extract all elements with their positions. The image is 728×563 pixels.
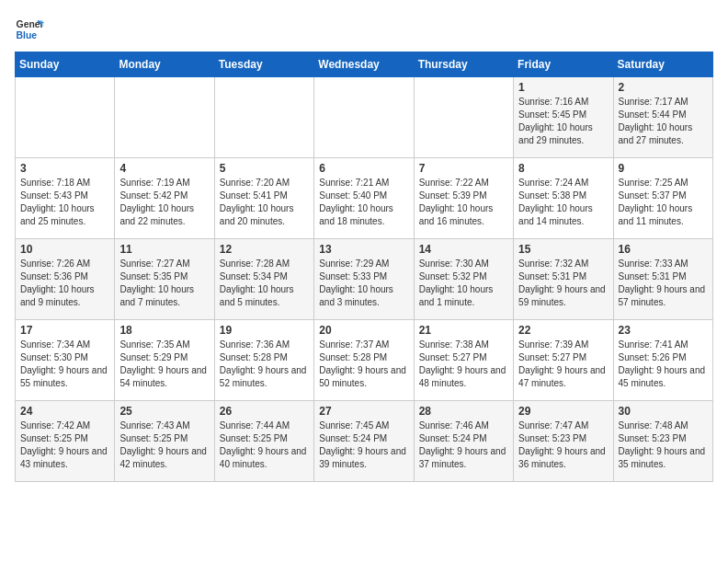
day-info: Sunrise: 7:35 AM Sunset: 5:29 PM Dayligh… [119, 339, 209, 390]
day-info: Sunrise: 7:45 AM Sunset: 5:24 PM Dayligh… [319, 419, 408, 471]
weekday-header-monday: Monday [115, 52, 214, 77]
calendar-cell: 2Sunrise: 7:17 AM Sunset: 5:44 PM Daylig… [613, 77, 712, 158]
week-row-2: 3Sunrise: 7:18 AM Sunset: 5:43 PM Daylig… [16, 158, 713, 239]
day-info: Sunrise: 7:36 AM Sunset: 5:28 PM Dayligh… [220, 339, 309, 390]
day-info: Sunrise: 7:21 AM Sunset: 5:40 PM Dayligh… [319, 177, 408, 228]
day-number: 8 [518, 162, 608, 175]
day-info: Sunrise: 7:44 AM Sunset: 5:25 PM Dayligh… [220, 419, 309, 471]
day-number: 14 [419, 243, 508, 256]
day-number: 25 [119, 405, 209, 418]
day-info: Sunrise: 7:41 AM Sunset: 5:26 PM Dayligh… [619, 339, 708, 390]
calendar-cell [214, 77, 313, 158]
day-number: 5 [220, 162, 309, 175]
day-info: Sunrise: 7:46 AM Sunset: 5:24 PM Dayligh… [419, 419, 508, 471]
day-info: Sunrise: 7:48 AM Sunset: 5:23 PM Dayligh… [619, 419, 708, 471]
calendar-cell: 15Sunrise: 7:32 AM Sunset: 5:31 PM Dayli… [514, 239, 613, 320]
weekday-header-tuesday: Tuesday [214, 52, 313, 77]
logo: General Blue [15, 15, 44, 44]
day-info: Sunrise: 7:39 AM Sunset: 5:27 PM Dayligh… [518, 339, 608, 390]
day-number: 19 [220, 324, 309, 337]
day-info: Sunrise: 7:43 AM Sunset: 5:25 PM Dayligh… [119, 419, 209, 471]
week-row-1: 1Sunrise: 7:16 AM Sunset: 5:45 PM Daylig… [16, 77, 713, 158]
day-info: Sunrise: 7:27 AM Sunset: 5:35 PM Dayligh… [119, 258, 209, 309]
day-info: Sunrise: 7:33 AM Sunset: 5:31 PM Dayligh… [619, 258, 708, 309]
day-number: 16 [619, 243, 708, 256]
day-info: Sunrise: 7:26 AM Sunset: 5:36 PM Dayligh… [20, 258, 109, 309]
day-number: 11 [119, 243, 209, 256]
calendar-cell: 7Sunrise: 7:22 AM Sunset: 5:39 PM Daylig… [414, 158, 513, 239]
day-number: 29 [518, 405, 608, 418]
day-number: 7 [419, 162, 508, 175]
calendar-cell: 12Sunrise: 7:28 AM Sunset: 5:34 PM Dayli… [214, 239, 313, 320]
day-info: Sunrise: 7:24 AM Sunset: 5:38 PM Dayligh… [518, 177, 608, 228]
day-info: Sunrise: 7:29 AM Sunset: 5:33 PM Dayligh… [319, 258, 408, 309]
calendar-cell: 13Sunrise: 7:29 AM Sunset: 5:33 PM Dayli… [314, 239, 414, 320]
calendar-cell: 30Sunrise: 7:48 AM Sunset: 5:23 PM Dayli… [613, 401, 712, 482]
day-info: Sunrise: 7:47 AM Sunset: 5:23 PM Dayligh… [518, 419, 608, 471]
weekday-header-saturday: Saturday [613, 52, 712, 77]
day-info: Sunrise: 7:38 AM Sunset: 5:27 PM Dayligh… [419, 339, 508, 390]
calendar-cell [16, 77, 115, 158]
calendar-cell: 28Sunrise: 7:46 AM Sunset: 5:24 PM Dayli… [414, 401, 513, 482]
svg-text:Blue: Blue [17, 30, 38, 40]
calendar-cell: 21Sunrise: 7:38 AM Sunset: 5:27 PM Dayli… [414, 320, 513, 401]
day-info: Sunrise: 7:30 AM Sunset: 5:32 PM Dayligh… [419, 258, 508, 309]
day-number: 23 [619, 324, 708, 337]
day-number: 4 [119, 162, 209, 175]
day-number: 10 [20, 243, 109, 256]
day-number: 21 [419, 324, 508, 337]
day-info: Sunrise: 7:17 AM Sunset: 5:44 PM Dayligh… [619, 96, 708, 147]
day-number: 18 [119, 324, 209, 337]
week-row-5: 24Sunrise: 7:42 AM Sunset: 5:25 PM Dayli… [16, 401, 713, 482]
day-number: 15 [518, 243, 608, 256]
calendar-cell: 26Sunrise: 7:44 AM Sunset: 5:25 PM Dayli… [214, 401, 313, 482]
calendar-cell: 14Sunrise: 7:30 AM Sunset: 5:32 PM Dayli… [414, 239, 513, 320]
weekday-header-row: SundayMondayTuesdayWednesdayThursdayFrid… [16, 52, 713, 77]
calendar-cell: 27Sunrise: 7:45 AM Sunset: 5:24 PM Dayli… [314, 401, 414, 482]
week-row-4: 17Sunrise: 7:34 AM Sunset: 5:30 PM Dayli… [16, 320, 713, 401]
day-number: 2 [619, 81, 708, 94]
day-info: Sunrise: 7:18 AM Sunset: 5:43 PM Dayligh… [20, 177, 109, 228]
day-info: Sunrise: 7:19 AM Sunset: 5:42 PM Dayligh… [119, 177, 209, 228]
calendar-cell: 29Sunrise: 7:47 AM Sunset: 5:23 PM Dayli… [514, 401, 613, 482]
day-info: Sunrise: 7:25 AM Sunset: 5:37 PM Dayligh… [619, 177, 708, 228]
calendar-cell: 19Sunrise: 7:36 AM Sunset: 5:28 PM Dayli… [214, 320, 313, 401]
weekday-header-wednesday: Wednesday [314, 52, 414, 77]
day-info: Sunrise: 7:34 AM Sunset: 5:30 PM Dayligh… [20, 339, 109, 390]
day-number: 17 [20, 324, 109, 337]
calendar-cell: 24Sunrise: 7:42 AM Sunset: 5:25 PM Dayli… [16, 401, 115, 482]
calendar-cell: 8Sunrise: 7:24 AM Sunset: 5:38 PM Daylig… [514, 158, 613, 239]
calendar-cell [414, 77, 513, 158]
calendar-cell: 20Sunrise: 7:37 AM Sunset: 5:28 PM Dayli… [314, 320, 414, 401]
week-row-3: 10Sunrise: 7:26 AM Sunset: 5:36 PM Dayli… [16, 239, 713, 320]
page-header: General Blue [15, 15, 713, 44]
calendar-cell: 17Sunrise: 7:34 AM Sunset: 5:30 PM Dayli… [16, 320, 115, 401]
logo-icon: General Blue [15, 15, 44, 44]
day-info: Sunrise: 7:42 AM Sunset: 5:25 PM Dayligh… [20, 419, 109, 471]
calendar-cell: 11Sunrise: 7:27 AM Sunset: 5:35 PM Dayli… [115, 239, 214, 320]
day-number: 26 [220, 405, 309, 418]
day-number: 9 [619, 162, 708, 175]
calendar-cell: 22Sunrise: 7:39 AM Sunset: 5:27 PM Dayli… [514, 320, 613, 401]
day-info: Sunrise: 7:28 AM Sunset: 5:34 PM Dayligh… [220, 258, 309, 309]
calendar-cell [314, 77, 414, 158]
calendar-cell: 16Sunrise: 7:33 AM Sunset: 5:31 PM Dayli… [613, 239, 712, 320]
day-info: Sunrise: 7:20 AM Sunset: 5:41 PM Dayligh… [220, 177, 309, 228]
day-number: 13 [319, 243, 408, 256]
day-number: 20 [319, 324, 408, 337]
day-info: Sunrise: 7:32 AM Sunset: 5:31 PM Dayligh… [518, 258, 608, 309]
calendar-cell: 6Sunrise: 7:21 AM Sunset: 5:40 PM Daylig… [314, 158, 414, 239]
calendar-cell: 5Sunrise: 7:20 AM Sunset: 5:41 PM Daylig… [214, 158, 313, 239]
day-info: Sunrise: 7:22 AM Sunset: 5:39 PM Dayligh… [419, 177, 508, 228]
day-number: 22 [518, 324, 608, 337]
calendar-table: SundayMondayTuesdayWednesdayThursdayFrid… [15, 52, 713, 482]
calendar-cell: 10Sunrise: 7:26 AM Sunset: 5:36 PM Dayli… [16, 239, 115, 320]
calendar-cell: 1Sunrise: 7:16 AM Sunset: 5:45 PM Daylig… [514, 77, 613, 158]
calendar-cell [115, 77, 214, 158]
day-number: 30 [619, 405, 708, 418]
day-info: Sunrise: 7:16 AM Sunset: 5:45 PM Dayligh… [518, 96, 608, 147]
calendar-cell: 4Sunrise: 7:19 AM Sunset: 5:42 PM Daylig… [115, 158, 214, 239]
calendar-cell: 18Sunrise: 7:35 AM Sunset: 5:29 PM Dayli… [115, 320, 214, 401]
day-number: 24 [20, 405, 109, 418]
day-number: 1 [518, 81, 608, 94]
